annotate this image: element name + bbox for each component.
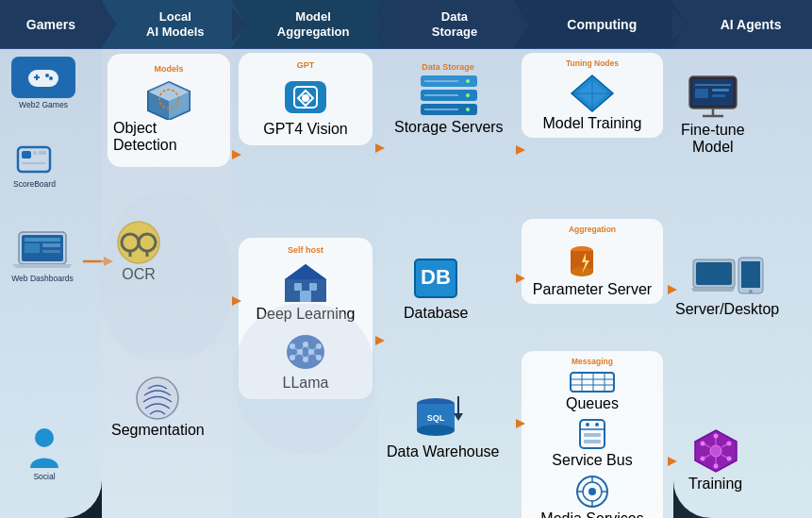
warehouse-icon: SQL bbox=[406, 389, 481, 443]
finetune-model-item: Fine-tune Model bbox=[681, 73, 745, 156]
tuning-nodes-card: Tuning Nodes Model Training bbox=[522, 53, 663, 138]
object-detection-label: Object Detection bbox=[113, 120, 224, 154]
svg-point-58 bbox=[466, 93, 470, 97]
deep-learning-icon bbox=[279, 259, 332, 306]
svg-rect-91 bbox=[584, 440, 601, 443]
person-icon bbox=[26, 426, 62, 470]
ai-agents-label: AI Agents bbox=[721, 17, 782, 32]
svg-rect-5 bbox=[18, 147, 50, 172]
svg-marker-130 bbox=[375, 143, 385, 153]
svg-point-121 bbox=[726, 442, 731, 446]
header-row: Gamers LocalAI Models ModelAggregation D… bbox=[0, 0, 812, 49]
model-training-item: Model Training bbox=[543, 72, 642, 132]
service-bus-label: Service Bus bbox=[552, 452, 632, 469]
arrow-db-paramserver bbox=[514, 272, 527, 285]
arrow-icon-3 bbox=[230, 294, 243, 308]
svg-rect-80 bbox=[571, 373, 614, 392]
finetune-model-label: Fine-tune Model bbox=[681, 122, 745, 156]
social-label: Social bbox=[33, 472, 55, 481]
storage-servers-label: Storage Servers bbox=[394, 119, 504, 136]
svg-marker-33 bbox=[285, 264, 326, 279]
data-warehouse-label: Data Warehouse bbox=[387, 443, 499, 460]
web2-games-item: Web2 Games bbox=[11, 57, 75, 109]
arrow-icon-9 bbox=[666, 283, 679, 296]
training-label: Training bbox=[688, 476, 742, 493]
training-icon bbox=[689, 426, 742, 476]
database-icon: DB bbox=[407, 252, 464, 305]
header-model-agg: ModelAggregation bbox=[232, 0, 378, 48]
svg-marker-128 bbox=[232, 150, 241, 159]
database-label: Database bbox=[404, 305, 469, 322]
svg-rect-102 bbox=[695, 89, 708, 98]
svg-point-16 bbox=[35, 428, 54, 447]
svg-point-94 bbox=[588, 488, 596, 495]
arrow-paramserver-agents bbox=[666, 283, 679, 296]
training-item: Training bbox=[688, 426, 742, 493]
svg-marker-133 bbox=[516, 274, 525, 283]
gpt4-vision-label: GPT4 Vision bbox=[263, 121, 348, 138]
web2-games-label: Web2 Games bbox=[19, 100, 68, 109]
param-server-icon bbox=[565, 238, 620, 281]
arrow-icon-6 bbox=[373, 334, 387, 347]
arrow-icon-10 bbox=[666, 455, 679, 468]
svg-point-125 bbox=[700, 442, 704, 446]
data-storage-label: DataStorage bbox=[432, 9, 477, 39]
queues-label: Queues bbox=[566, 395, 619, 412]
social-item: Social bbox=[26, 426, 62, 481]
svg-point-124 bbox=[700, 457, 704, 461]
svg-rect-104 bbox=[712, 94, 725, 97]
arrow-warehouse-messaging bbox=[514, 417, 527, 430]
parameter-server-label: Parameter Server bbox=[533, 281, 652, 298]
svg-rect-15 bbox=[42, 250, 60, 253]
gamepad-icon bbox=[26, 64, 60, 91]
models-section-title: Models bbox=[113, 64, 224, 74]
server-desktop-label: Server/Desktop bbox=[675, 301, 779, 318]
local-ai-label: LocalAI Models bbox=[146, 9, 204, 39]
model-training-label: Model Training bbox=[543, 115, 642, 132]
service-bus-item: Service Bus bbox=[552, 416, 632, 469]
media-services-icon bbox=[572, 473, 612, 510]
header-data-storage: DataStorage bbox=[378, 0, 515, 48]
svg-marker-132 bbox=[375, 336, 385, 345]
svg-marker-134 bbox=[516, 419, 525, 428]
gpt-vision-icon bbox=[279, 74, 332, 121]
svg-point-89 bbox=[595, 423, 599, 426]
svg-rect-9 bbox=[22, 162, 46, 164]
segmentation-item: Segmentation bbox=[111, 375, 205, 439]
gpt-title: GPT bbox=[297, 60, 315, 70]
svg-rect-8 bbox=[39, 151, 46, 155]
svg-rect-103 bbox=[712, 89, 729, 92]
storage-servers-icon bbox=[411, 70, 487, 119]
svg-marker-71 bbox=[454, 413, 463, 421]
arrow-icon-8 bbox=[514, 417, 527, 430]
segmentation-label: Segmentation bbox=[111, 422, 205, 439]
model-agg-label: ModelAggregation bbox=[277, 9, 350, 39]
svg-point-123 bbox=[713, 464, 718, 469]
main-content: Web2 Games ScoreBoard bbox=[0, 49, 812, 518]
svg-rect-7 bbox=[33, 151, 37, 155]
computing-label: Computing bbox=[567, 17, 637, 32]
svg-point-120 bbox=[713, 434, 718, 439]
segmentation-icon bbox=[131, 375, 184, 422]
svg-rect-90 bbox=[584, 433, 601, 437]
svg-point-68 bbox=[417, 425, 455, 436]
header-ai-agents: AI Agents bbox=[672, 0, 812, 48]
data-warehouse-item: SQL Data Warehouse bbox=[387, 389, 499, 460]
scoreboard-item: ScoreBoard bbox=[13, 143, 56, 189]
svg-rect-6 bbox=[22, 151, 31, 159]
media-services-label: Media Services bbox=[540, 510, 643, 518]
svg-text:DB: DB bbox=[421, 265, 451, 289]
svg-marker-136 bbox=[668, 457, 677, 466]
svg-rect-36 bbox=[300, 291, 311, 302]
svg-point-4 bbox=[49, 76, 53, 80]
svg-point-59 bbox=[466, 108, 470, 111]
storage-servers-item: Storage Servers bbox=[394, 70, 504, 136]
web2-games-icon-box bbox=[11, 57, 75, 98]
svg-rect-34 bbox=[294, 283, 302, 291]
svg-point-88 bbox=[586, 423, 589, 426]
model-training-icon bbox=[568, 72, 617, 115]
arrow-storage-tuning bbox=[514, 143, 527, 157]
arrow-deep-warehouse bbox=[373, 334, 387, 347]
messaging-card: Messaging Queues bbox=[522, 351, 663, 518]
web-dashboards-label: Web Dashboards bbox=[11, 274, 74, 283]
